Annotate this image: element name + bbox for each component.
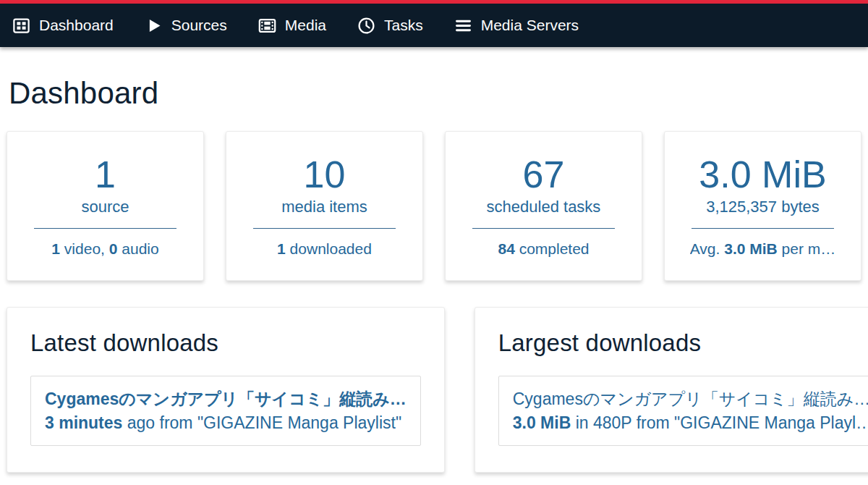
stat-divider [34, 228, 176, 229]
clock-icon [357, 16, 376, 35]
latest-downloads-card: Latest downloads Cygamesのマンガアプリ「サイコミ」縦読み… [7, 307, 445, 473]
downloads-row: Latest downloads Cygamesのマンガアプリ「サイコミ」縦読み… [7, 307, 861, 473]
list-icon [454, 16, 473, 35]
stats-row: 1 source 1 video, 0 audio 10 media items… [7, 131, 861, 281]
page-title: Dashboard [9, 76, 859, 111]
nav-item-label: Media [285, 17, 326, 34]
stat-detail: Avg. 3.0 MiB per m… [690, 240, 836, 258]
stat-value: 1 [95, 154, 116, 195]
download-item[interactable]: Cygamesのマンガアプリ「サイコミ」縦読み… 3.0 MiB in 480P… [498, 376, 868, 446]
stat-divider [472, 228, 615, 229]
nav-item-tasks[interactable]: Tasks [357, 16, 423, 35]
download-item-meta: 3 minutes ago from "GIGAZINE Manga Playl… [45, 411, 407, 435]
nav-item-sources[interactable]: Sources [144, 16, 227, 35]
largest-downloads-card: Largest downloads Cygamesのマンガアプリ「サイコミ」縦読… [475, 307, 868, 473]
stat-card-downloaded-size: 3.0 MiB 3,125,357 bytes Avg. 3.0 MiB per… [664, 131, 861, 281]
download-item-title-link[interactable]: Cygamesのマンガアプリ「サイコミ」縦読み… [45, 387, 407, 411]
download-item[interactable]: Cygamesのマンガアプリ「サイコミ」縦読み… 3 minutes ago f… [30, 376, 421, 446]
stat-card-media-items: 10 media items 1 downloaded [226, 131, 423, 281]
stat-label: scheduled tasks [487, 198, 601, 216]
main-navbar: Dashboard Sources Media [0, 4, 868, 47]
stat-detail: 1 video, 0 audio [51, 240, 158, 258]
download-item-title-link[interactable]: Cygamesのマンガアプリ「サイコミ」縦読み… [513, 387, 868, 411]
stat-detail: 1 downloaded [277, 240, 372, 258]
nav-item-label: Dashboard [39, 17, 114, 34]
nav-item-label: Media Servers [481, 17, 579, 34]
stat-label: source [81, 198, 129, 216]
film-icon [258, 16, 277, 35]
section-title: Latest downloads [30, 329, 421, 357]
main-content: Dashboard 1 source 1 video, 0 audio 10 m… [0, 76, 868, 473]
nav-item-media[interactable]: Media [258, 16, 326, 35]
play-icon [144, 16, 163, 35]
nav-item-media-servers[interactable]: Media Servers [454, 16, 579, 35]
stat-value: 3.0 MiB [699, 154, 826, 195]
nav-item-label: Tasks [384, 17, 423, 34]
nav-item-label: Sources [171, 17, 227, 34]
stat-label: media items [281, 198, 367, 216]
stat-value: 10 [304, 154, 346, 195]
stat-card-scheduled-tasks: 67 scheduled tasks 84 completed [445, 131, 642, 281]
section-title: Largest downloads [498, 329, 868, 357]
stat-detail: 84 completed [498, 240, 589, 258]
nav-item-dashboard[interactable]: Dashboard [12, 16, 114, 35]
dashboard-grid-icon [12, 16, 31, 35]
stat-value: 67 [523, 154, 565, 195]
stat-divider [253, 228, 396, 229]
download-item-meta: 3.0 MiB in 480P from "GIGAZINE Manga Pla… [513, 411, 868, 435]
stat-card-sources: 1 source 1 video, 0 audio [7, 131, 204, 281]
stat-divider [692, 228, 834, 229]
stat-label: 3,125,357 bytes [706, 198, 820, 216]
